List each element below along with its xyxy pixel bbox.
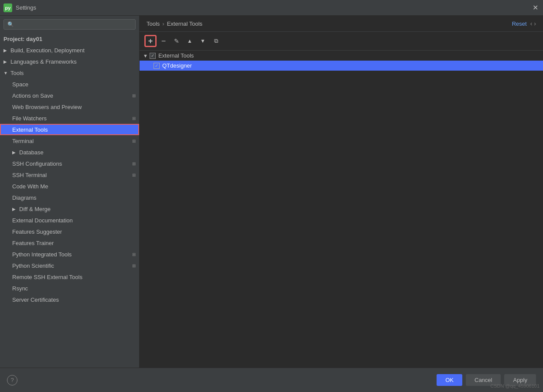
expand-icon: ▶	[3, 59, 9, 64]
app-icon: py	[3, 3, 12, 12]
watermark: CSDN @qq_45906101	[490, 383, 540, 389]
sidebar-item-build[interactable]: ▶ Build, Execution, Deployment	[0, 44, 139, 56]
sidebar-item-web-browsers[interactable]: Web Browsers and Preview	[0, 101, 139, 112]
sidebar-item-space[interactable]: Space	[0, 78, 139, 90]
badge-icon: ⊞	[132, 173, 136, 177]
search-box[interactable]	[3, 19, 136, 30]
tree-content: ▼ ✓ External Tools ✓ QTdesigner	[140, 51, 543, 368]
sidebar-item-features-trainer[interactable]: Features Trainer	[0, 237, 139, 249]
expand-icon: ▶	[12, 207, 17, 211]
breadcrumb-part-tools: Tools	[147, 20, 160, 27]
sidebar-item-languages[interactable]: ▶ Languages & Frameworks	[0, 56, 139, 67]
sidebar-item-diagrams[interactable]: Diagrams	[0, 192, 139, 203]
tree-item-qtdesigner[interactable]: ✓ QTdesigner	[140, 61, 543, 71]
badge-icon: ⊞	[132, 161, 136, 166]
sidebar-item-ssh-configurations[interactable]: SSH Configurations ⊞	[0, 158, 139, 169]
main-layout: Project: day01 ▶ Build, Execution, Deplo…	[0, 16, 543, 368]
sidebar-item-ssh-terminal[interactable]: SSH Terminal ⊞	[0, 169, 139, 181]
nav-arrows: ‹ ›	[530, 20, 536, 27]
tree-group-label: External Tools	[158, 52, 194, 59]
bottom-bar: ? OK Cancel Apply	[0, 368, 543, 392]
nav-back-button[interactable]: ‹	[530, 20, 533, 27]
sidebar-item-features-suggester[interactable]: Features Suggester	[0, 226, 139, 237]
tree-group-expand-icon: ▼	[143, 53, 148, 58]
toolbar: + − ✎ ▲ ▼ ⧉	[140, 32, 543, 51]
sidebar: Project: day01 ▶ Build, Execution, Deplo…	[0, 16, 140, 368]
add-button[interactable]: +	[145, 35, 156, 47]
sidebar-item-external-tools[interactable]: External Tools	[0, 124, 139, 135]
copy-button[interactable]: ⧉	[210, 35, 222, 47]
sidebar-item-code-with-me[interactable]: Code With Me	[0, 181, 139, 192]
tree-item-label: QTdesigner	[162, 62, 192, 69]
sidebar-item-rsync[interactable]: Rsync	[0, 283, 139, 294]
breadcrumb: Tools › External Tools Reset ‹ ›	[140, 16, 543, 32]
tree-group-checkbox[interactable]: ✓	[150, 53, 156, 59]
expand-icon: ▼	[3, 71, 9, 75]
sidebar-item-python-integrated-tools[interactable]: Python Integrated Tools ⊞	[0, 249, 139, 260]
sidebar-item-server-certificates[interactable]: Server Certificates	[0, 294, 139, 305]
reset-button[interactable]: Reset	[512, 20, 527, 27]
move-up-button[interactable]: ▲	[184, 35, 195, 47]
badge-icon: ⊞	[132, 252, 136, 257]
badge-icon: ⊞	[132, 139, 136, 143]
tree-group-external-tools[interactable]: ▼ ✓ External Tools	[140, 51, 543, 61]
edit-button[interactable]: ✎	[171, 35, 182, 47]
remove-button[interactable]: −	[158, 35, 169, 47]
expand-icon: ▶	[12, 150, 17, 155]
search-input[interactable]	[7, 21, 132, 27]
sidebar-item-file-watchers[interactable]: File Watchers ⊞	[0, 112, 139, 124]
sidebar-scroll[interactable]: Project: day01 ▶ Build, Execution, Deplo…	[0, 33, 139, 368]
sidebar-item-remote-ssh[interactable]: Remote SSH External Tools	[0, 271, 139, 283]
help-button[interactable]: ?	[7, 375, 17, 385]
close-button[interactable]: ✕	[531, 3, 540, 12]
sidebar-item-external-documentation[interactable]: External Documentation	[0, 215, 139, 226]
title-bar-title: Settings	[16, 4, 36, 11]
sidebar-item-terminal[interactable]: Terminal ⊞	[0, 135, 139, 147]
badge-icon: ⊞	[132, 263, 136, 268]
title-bar: py Settings ✕	[0, 0, 543, 16]
sidebar-project-header: Project: day01	[0, 33, 139, 44]
sidebar-item-actions-on-save[interactable]: Actions on Save ⊞	[0, 90, 139, 101]
tree-item-checkbox[interactable]: ✓	[154, 63, 160, 69]
ok-button[interactable]: OK	[437, 374, 462, 386]
expand-icon: ▶	[3, 48, 9, 53]
sidebar-item-python-scientific[interactable]: Python Scientific ⊞	[0, 260, 139, 271]
sidebar-item-diff-merge[interactable]: ▶ Diff & Merge	[0, 203, 139, 215]
nav-forward-button[interactable]: ›	[534, 20, 536, 27]
content-area: Tools › External Tools Reset ‹ › + − ✎ ▲…	[140, 16, 543, 368]
sidebar-item-database[interactable]: ▶ Database	[0, 147, 139, 158]
sidebar-item-tools[interactable]: ▼ Tools	[0, 67, 139, 78]
breadcrumb-part-external-tools: External Tools	[167, 20, 202, 27]
badge-icon: ⊞	[132, 116, 136, 121]
badge-icon: ⊞	[132, 93, 136, 98]
breadcrumb-separator: ›	[162, 20, 164, 27]
move-down-button[interactable]: ▼	[197, 35, 208, 47]
